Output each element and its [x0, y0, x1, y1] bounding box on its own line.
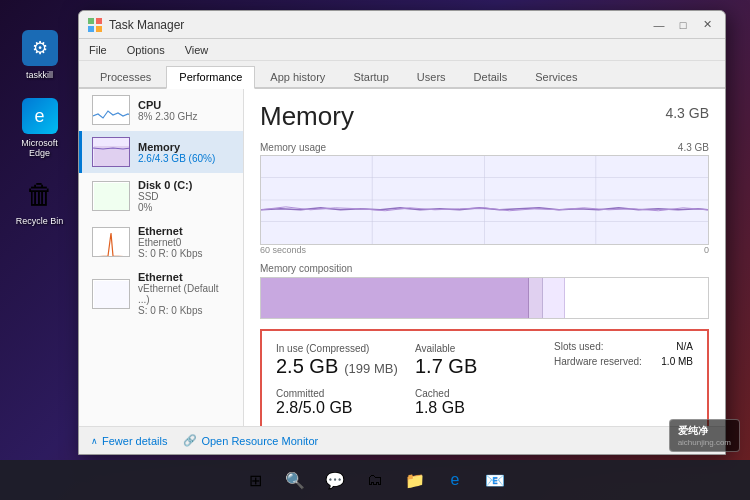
watermark-text: 爱纯净 [678, 424, 731, 438]
stat-committed-label: Committed [276, 388, 415, 399]
window-controls: — □ ✕ [649, 16, 717, 34]
ethernet0-sub: Ethernet0 [138, 237, 233, 248]
memory-content-panel: Memory 4.3 GB Memory usage 4.3 GB [244, 89, 725, 426]
taskbar: ⊞ 🔍 💬 🗂 📁 e 📧 [0, 460, 750, 500]
slots-label: Slots used: [554, 341, 603, 352]
menu-bar: File Options View [79, 39, 725, 61]
open-monitor-label: Open Resource Monitor [201, 435, 318, 447]
taskbar-edge[interactable]: e [437, 462, 473, 498]
fewer-details-label: Fewer details [102, 435, 167, 447]
stat-cached-label: Cached [415, 388, 554, 399]
ethernetv-stat: S: 0 R: 0 Kbps [138, 305, 233, 316]
mail-icon: 📧 [485, 471, 505, 490]
fewer-details-button[interactable]: ∧ Fewer details [91, 435, 167, 447]
sidebar-item-cpu[interactable]: CPU 8% 2.30 GHz [79, 89, 243, 131]
time-label-left: 60 seconds [260, 245, 306, 255]
title-bar: Task Manager — □ ✕ [79, 11, 725, 39]
memory-mini-chart [92, 137, 130, 167]
comp-modified [529, 278, 542, 318]
tab-performance[interactable]: Performance [166, 66, 255, 89]
tab-processes[interactable]: Processes [87, 66, 164, 87]
taskmanager-icon [87, 17, 103, 33]
composition-section: Memory composition [260, 263, 709, 319]
watermark: 爱纯净 aichunjing.com [669, 419, 740, 452]
tab-apphistory[interactable]: App history [257, 66, 338, 87]
minimize-button[interactable]: — [649, 16, 669, 34]
stat-in-use: In use (Compressed) 2.5 GB (199 MB) [276, 341, 415, 380]
desktop-icon-taskkill[interactable]: ⚙ taskkill [12, 30, 67, 80]
desktop-icon-edge-label: Microsoft Edge [12, 138, 67, 158]
stat-committed-value: 2.8/5.0 GB [276, 399, 415, 417]
resource-monitor-icon: 🔗 [183, 434, 197, 447]
edge-icon: e [451, 471, 460, 489]
taskbar-search[interactable]: 🔍 [277, 462, 313, 498]
taskbar-widgets[interactable]: 💬 [317, 462, 353, 498]
composition-label: Memory composition [260, 263, 709, 274]
maximize-button[interactable]: □ [673, 16, 693, 34]
disk-name: Disk 0 (C:) [138, 179, 233, 191]
memory-usage-graph [260, 155, 709, 245]
svg-rect-3 [96, 26, 102, 32]
graph-label-row: Memory usage 4.3 GB [260, 142, 709, 153]
sidebar-item-ethernet-v[interactable]: Ethernet vEthernet (Default ...) S: 0 R:… [79, 265, 243, 322]
main-content: CPU 8% 2.30 GHz Memory 2.6/4.3 GB (60%) [79, 89, 725, 426]
sidebar-item-ethernet0[interactable]: Ethernet Ethernet0 S: 0 R: 0 Kbps [79, 219, 243, 265]
memory-usage-section: Memory usage 4.3 GB [260, 142, 709, 255]
disk-stat: 0% [138, 202, 233, 213]
widgets-icon: 💬 [325, 471, 345, 490]
sidebar-item-disk[interactable]: Disk 0 (C:) SSD 0% [79, 173, 243, 219]
desktop-icon-recycle[interactable]: 🗑 Recycle Bin [12, 176, 67, 226]
composition-bar [260, 277, 709, 319]
slots-value: N/A [676, 341, 693, 352]
windows-start-icon: ⊞ [249, 471, 262, 490]
desktop-icon-edge[interactable]: e Microsoft Edge [12, 98, 67, 158]
ethernet0-mini-chart [92, 227, 130, 257]
memory-stat: 2.6/4.3 GB (60%) [138, 153, 233, 164]
task-manager-window: Task Manager — □ ✕ File Options View Pro… [78, 10, 726, 455]
sidebar-item-memory[interactable]: Memory 2.6/4.3 GB (60%) [79, 131, 243, 173]
close-button[interactable]: ✕ [697, 16, 717, 34]
cpu-name: CPU [138, 99, 233, 111]
stat-available-value: 1.7 GB [415, 354, 554, 378]
chevron-up-icon: ∧ [91, 436, 98, 446]
graph-label-right: 4.3 GB [678, 142, 709, 153]
graph-label-left: Memory usage [260, 142, 326, 153]
comp-free [565, 278, 708, 318]
desktop-icons: ⚙ taskkill e Microsoft Edge 🗑 Recycle Bi… [12, 30, 67, 226]
desktop-icon-taskkill-label: taskkill [26, 70, 53, 80]
tab-startup[interactable]: Startup [340, 66, 401, 87]
cpu-mini-chart [92, 95, 130, 125]
svg-rect-6 [94, 281, 130, 309]
hw-reserved-label: Hardware reserved: [554, 356, 642, 367]
menu-view[interactable]: View [181, 42, 213, 58]
tab-users[interactable]: Users [404, 66, 459, 87]
taskbar-multitask[interactable]: 🗂 [357, 462, 393, 498]
ethernet0-name: Ethernet [138, 225, 233, 237]
taskbar-start[interactable]: ⊞ [237, 462, 273, 498]
desktop-icon-recycle-label: Recycle Bin [16, 216, 64, 226]
cpu-stat: 8% 2.30 GHz [138, 111, 233, 122]
time-label-right: 0 [704, 245, 709, 255]
watermark-url: aichunjing.com [678, 438, 731, 447]
ethernetv-sub: vEthernet (Default ...) [138, 283, 233, 305]
comp-standby [543, 278, 565, 318]
menu-options[interactable]: Options [123, 42, 169, 58]
taskbar-mail[interactable]: 📧 [477, 462, 513, 498]
sidebar: CPU 8% 2.30 GHz Memory 2.6/4.3 GB (60%) [79, 89, 244, 426]
tab-bar: Processes Performance App history Startu… [79, 61, 725, 89]
content-header: Memory 4.3 GB [260, 101, 709, 132]
tab-details[interactable]: Details [461, 66, 521, 87]
open-resource-monitor-button[interactable]: 🔗 Open Resource Monitor [183, 434, 318, 447]
memory-total: 4.3 GB [665, 105, 709, 121]
window-title: Task Manager [109, 18, 649, 32]
menu-file[interactable]: File [85, 42, 111, 58]
svg-rect-0 [88, 18, 94, 24]
graph-time-labels: 60 seconds 0 [260, 245, 709, 255]
taskbar-explorer[interactable]: 📁 [397, 462, 433, 498]
watermark-box: 爱纯净 aichunjing.com [669, 419, 740, 452]
stat-in-use-value: 2.5 GB [276, 354, 338, 378]
stats-panel: In use (Compressed) 2.5 GB (199 MB) Avai… [260, 329, 709, 426]
tab-services[interactable]: Services [522, 66, 590, 87]
stat-cached: Cached 1.8 GB [415, 386, 554, 419]
ethernetv-mini-chart [92, 279, 130, 309]
